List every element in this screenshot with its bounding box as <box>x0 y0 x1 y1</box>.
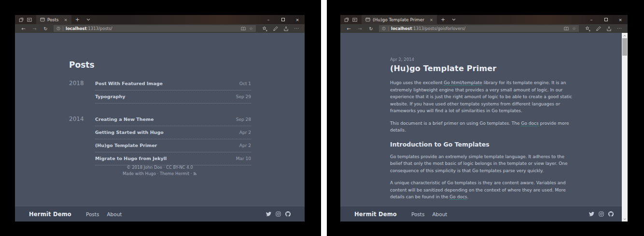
site-bottom-bar: Hermit Demo Posts About <box>340 206 628 221</box>
reading-view-icon[interactable] <box>564 27 569 31</box>
page-viewport: Posts 2018 Post With Featured Image Oct … <box>15 33 305 221</box>
post-link[interactable]: Typography <box>95 94 126 99</box>
tab-template-primer[interactable]: (Hu)go Template Primer × <box>362 15 437 24</box>
more-options-icon[interactable]: ··· <box>292 27 301 31</box>
set-aside-icons[interactable] <box>340 15 362 24</box>
github-icon[interactable] <box>285 211 291 217</box>
scroll-down-icon[interactable] <box>622 216 628 221</box>
web-note-pen-icon[interactable] <box>594 26 603 31</box>
new-tab-button[interactable]: + <box>71 15 84 24</box>
url-host: localhost <box>391 26 412 31</box>
url-host: localhost <box>66 26 86 31</box>
tab-bar: (Hu)go Template Primer × + – × <box>340 15 628 24</box>
posts-list-section: Posts 2018 Post With Featured Image Oct … <box>15 33 251 165</box>
tab-posts[interactable]: Posts × <box>36 15 71 24</box>
site-info-icon[interactable] <box>382 27 386 30</box>
post-row: Migrate to Hugo from Jekyll Mar 10 <box>95 152 251 165</box>
site-footer: © 2018 John Doe · CC BY-NC 4.0 Made with… <box>15 164 305 177</box>
new-tab-button[interactable]: + <box>437 15 449 24</box>
post-link[interactable]: (Hu)go Template Primer <box>95 143 157 148</box>
window-controls: – × <box>261 15 305 24</box>
scrollbar-thumb[interactable] <box>622 38 627 56</box>
tab-close-button[interactable]: × <box>430 17 433 22</box>
html-template-link[interactable]: Go html/template <box>444 80 482 86</box>
go-docs-link[interactable]: Go docs <box>521 121 538 126</box>
article-title: (Hu)go Template Primer <box>390 64 573 73</box>
refresh-button[interactable]: ↻ <box>366 26 376 31</box>
article-page: Apr 2, 2014 (Hu)go Template Primer Hugo … <box>340 33 628 206</box>
tab-preview-chevron-icon[interactable] <box>449 15 459 24</box>
post-row: Getting Started with Hugo Apr 2 <box>95 126 251 139</box>
address-bar[interactable]: localhost:1313/posts/ ☆ <box>54 25 256 32</box>
navigation-toolbar: ← → ↻ localhost:1313/posts/goisforlovers… <box>340 24 628 33</box>
nav-about-link[interactable]: About <box>107 211 122 217</box>
nav-about-link[interactable]: About <box>432 211 447 217</box>
instagram-icon[interactable] <box>276 211 281 217</box>
back-button[interactable]: ← <box>18 26 28 31</box>
address-bar[interactable]: localhost:1313/posts/goisforlovers/ ☆ <box>379 25 579 32</box>
post-group-2014: 2014 Creating a New Theme Sep 28 Getting… <box>69 113 251 165</box>
more-options-icon[interactable]: ··· <box>615 27 624 31</box>
close-button[interactable]: × <box>613 15 628 24</box>
reading-view-icon[interactable] <box>241 27 246 31</box>
forward-button[interactable]: → <box>355 26 365 31</box>
post-link[interactable]: Getting Started with Hugo <box>95 130 164 135</box>
set-tabs-aside-icon[interactable] <box>19 17 24 22</box>
scrollbar[interactable] <box>622 33 628 221</box>
maximize-icon <box>281 18 285 21</box>
page-favicon-icon <box>40 17 45 22</box>
screenshot-frame-left: Posts × + – × ← → ↻ localhost:1313/posts… <box>0 0 321 236</box>
minimize-button[interactable]: – <box>584 15 599 24</box>
post-date: Oct 1 <box>239 81 251 86</box>
social-links <box>589 211 614 217</box>
refresh-button[interactable]: ↻ <box>41 26 51 31</box>
set-aside-icons[interactable] <box>15 15 36 24</box>
post-link[interactable]: Migrate to Hugo from Jekyll <box>95 156 167 161</box>
nav-posts-link[interactable]: Posts <box>411 211 424 217</box>
back-button[interactable]: ← <box>344 26 354 31</box>
set-tabs-aside-icon[interactable] <box>344 17 349 22</box>
nav-posts-link[interactable]: Posts <box>86 211 99 217</box>
address-bar-actions: ☆ <box>564 26 576 31</box>
maximize-button[interactable] <box>276 15 290 24</box>
window-controls: – × <box>584 15 628 24</box>
tab-close-button[interactable]: × <box>64 17 68 22</box>
url-text: localhost:1313/posts/ <box>66 26 112 31</box>
github-icon[interactable] <box>608 211 614 217</box>
site-info-icon[interactable] <box>56 27 60 30</box>
article-paragraph: A unique characteristic of Go templates … <box>390 179 573 201</box>
close-button[interactable]: × <box>290 15 305 24</box>
maximize-icon <box>604 18 608 21</box>
share-icon[interactable] <box>604 26 614 31</box>
hub-icon[interactable] <box>583 26 592 31</box>
tabs-set-aside-icon[interactable] <box>352 17 357 22</box>
tab-preview-chevron-icon[interactable] <box>84 15 93 24</box>
site-brand-link[interactable]: Hermit Demo <box>29 211 71 218</box>
site-brand-link[interactable]: Hermit Demo <box>354 211 397 218</box>
twitter-icon[interactable] <box>589 211 594 217</box>
web-note-pen-icon[interactable] <box>271 26 280 31</box>
post-date: Apr 2 <box>239 143 251 148</box>
minimize-button[interactable]: – <box>261 15 276 24</box>
tabs-set-aside-icon[interactable] <box>27 17 32 22</box>
post-row: Post With Featured Image Oct 1 <box>95 77 251 90</box>
maximize-button[interactable] <box>599 15 613 24</box>
share-icon[interactable] <box>281 26 291 31</box>
twitter-icon[interactable] <box>266 211 271 217</box>
url-text: localhost:1313/posts/goisforlovers/ <box>391 26 465 31</box>
hub-icon[interactable] <box>260 26 269 31</box>
article-paragraph: Hugo uses the excellent Go html/template… <box>390 79 573 115</box>
post-link[interactable]: Creating a New Theme <box>95 117 154 122</box>
rss-icon[interactable] <box>193 171 197 176</box>
copyright-line: © 2018 John Doe · CC BY-NC 4.0 <box>15 164 305 171</box>
group-entries: Post With Featured Image Oct 1 Typograph… <box>95 77 251 103</box>
forward-button[interactable]: → <box>29 26 40 31</box>
post-link[interactable]: Post With Featured Image <box>95 81 163 86</box>
article-paragraph: Go templates provide an extremely simple… <box>390 153 573 175</box>
url-path: :1313/posts/goisforlovers/ <box>412 26 465 31</box>
favorites-star-icon[interactable]: ☆ <box>572 26 576 31</box>
instagram-icon[interactable] <box>599 211 604 217</box>
favorites-star-icon[interactable]: ☆ <box>249 26 253 31</box>
go-docs-link[interactable]: Go docs <box>449 194 467 200</box>
scroll-up-icon[interactable] <box>622 33 628 38</box>
